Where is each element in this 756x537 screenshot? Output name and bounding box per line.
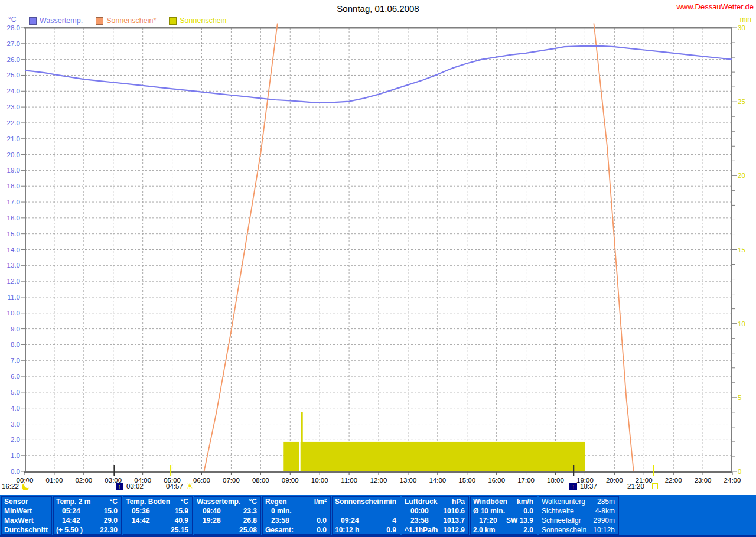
table-row: 14:4229.0 [54, 516, 121, 526]
table-cell: hPa [452, 497, 468, 507]
table-row: Durchschnitt [2, 526, 51, 535]
left-axis-tick-label: 20.0 [7, 151, 20, 158]
table-row: 05:3615.9 [123, 507, 192, 516]
table-cell: 14:42 [123, 516, 150, 526]
table-cell: 0.0 [317, 516, 330, 526]
table-row: 19:2826.8 [194, 516, 260, 526]
table-cell: 15.0 [104, 507, 121, 516]
table-row: Wassertemp.°C [194, 497, 260, 507]
left-axis-tick-label: 11.0 [7, 294, 20, 301]
weather-chart-page: Sonntag, 01.06.2008 www.DessauWetter.de … [0, 0, 756, 537]
left-axis-tick-label: 24.0 [7, 87, 20, 95]
left-axis-tick-label: 14.0 [7, 246, 20, 253]
sun-icon: ☀ [186, 482, 194, 491]
table-cell: 19:28 [194, 516, 221, 526]
table-row: Sensor [2, 497, 51, 507]
table-row: 0 min. [263, 507, 330, 516]
right-axis-tick-label: 25 [738, 98, 745, 105]
left-axis-tick-label: 6.0 [11, 373, 20, 380]
left-axis-tick-label: 21.0 [7, 135, 20, 142]
table-cell: ^1.1hPa/h [402, 526, 438, 535]
left-axis-tick-label: 7.0 [11, 357, 20, 364]
left-axis-tick-label: 27.0 [7, 40, 20, 47]
table-row: Sichtweite4-8km [539, 507, 618, 516]
table-cell [396, 507, 400, 516]
table-cell: Schneefallgr [539, 516, 581, 526]
table-cell: 1010.6 [443, 507, 468, 516]
table-cell [194, 526, 197, 535]
table-cell: °C [181, 497, 192, 507]
table-row [333, 507, 400, 516]
table-col-wassertemp-: Wassertemp.°C09:4023.319:2826.825.08 [194, 496, 261, 535]
table-row: Temp. Boden°C [123, 497, 192, 507]
astro-marker-time: 04:57 [166, 483, 183, 490]
table-row: Schneefallgr2990m [539, 516, 618, 526]
table-cell: 17:20 [471, 516, 497, 526]
table-col-sonnenschein: Sonnenscheinmin09:24410:12 h0.9 [332, 496, 400, 535]
table-cell: 15.9 [175, 507, 192, 516]
table-cell: Temp. Boden [123, 497, 170, 507]
right-axis-tick-label: 15 [738, 246, 745, 253]
left-axis-tick-label: 17.0 [7, 198, 20, 206]
astro-marker-1: ↑03:02 [116, 481, 144, 492]
table-cell: 23:58 [263, 516, 289, 526]
table-cell: 09:40 [194, 507, 221, 516]
table-col-temp-boden: Temp. Boden°C05:3615.914:4240.925.15 [123, 496, 193, 535]
table-row: 10:12 h0.9 [333, 526, 400, 535]
table-row: Regenl/m² [263, 497, 330, 507]
left-axis-tick-label: 22.0 [7, 119, 20, 126]
table-row: 25.08 [194, 526, 260, 535]
table-cell: Temp. 2 m [54, 497, 90, 507]
table-col-regen: Regenl/m²0 min.23:580.0Gesamt:0.0 [262, 496, 331, 535]
table-col-row-labels: SensorMinWertMaxWertDurchschnitt [1, 496, 52, 535]
table-cell: 0.0 [523, 507, 537, 516]
table-cell: km/h [517, 497, 537, 507]
table-cell: Sensor [2, 497, 28, 507]
table-row: 23:580.0 [263, 516, 330, 526]
table-col-temp-2-m: Temp. 2 m°C05:2415.014:4229.0(+ 5.50 )22… [53, 496, 122, 535]
table-cell: MinWert [2, 507, 32, 516]
table-row: ^1.1hPa/h1012.9 [402, 526, 468, 535]
table-cell: 14:42 [54, 516, 80, 526]
table-cell: 2.0 [523, 526, 537, 535]
table-cell: 05:24 [54, 507, 80, 516]
sunshine-max-spike [301, 412, 303, 471]
table-cell: 2990m [593, 516, 618, 526]
table-cell: 285m [597, 497, 618, 507]
moonrise-icon: ↑ [116, 483, 123, 490]
left-axis-tick-label: 3.0 [11, 421, 20, 428]
left-axis-tick-label: 10.0 [7, 310, 20, 317]
table-cell: 0.0 [317, 526, 330, 535]
sunshine-bar-gap [299, 441, 301, 471]
table-cell: Regen [263, 497, 287, 507]
astro-marker-time: 18:37 [580, 483, 597, 490]
table-row: Sonnenscheinmin [333, 497, 400, 507]
table-row: MinWert [2, 507, 51, 516]
table-cell: 22.30 [100, 526, 121, 535]
table-col-windb-en: Windböenkm/hØ 10 min.0.017:20SW 13.92.0 … [470, 496, 537, 535]
table-cell: 10:12h [593, 526, 618, 535]
astro-marker-time: 16:22 [2, 483, 19, 490]
sunshine-bar [284, 442, 585, 471]
table-row: 09:244 [333, 516, 400, 526]
table-cell: Sonnenschein [539, 526, 586, 535]
table-cell: 0 min. [263, 507, 292, 516]
table-row: 2.0 km2.0 [471, 526, 537, 535]
moon-icon [22, 483, 30, 490]
left-axis-tick-label: 26.0 [7, 56, 20, 63]
table-row: Ø 10 min.0.0 [471, 507, 537, 516]
left-axis-tick-label: 8.0 [11, 341, 20, 348]
table-cell: 1013.7 [443, 516, 468, 526]
table-row: LuftdruckhPa [402, 497, 468, 507]
table-row: MaxWert [2, 516, 51, 526]
astro-marker-time: 21:20 [627, 483, 644, 490]
left-axis-tick-label: 23.0 [7, 103, 20, 110]
sun-curve-line [204, 24, 278, 472]
table-cell: °C [249, 497, 260, 507]
left-axis-tick-label: 25.0 [7, 71, 20, 79]
table-cell: Sichtweite [539, 507, 574, 516]
table-cell: 0.9 [386, 526, 400, 535]
right-axis-tick-label: 5 [738, 394, 741, 401]
left-axis-tick-label: 19.0 [7, 167, 20, 174]
table-row: Sonnenschein10:12h [539, 526, 618, 535]
